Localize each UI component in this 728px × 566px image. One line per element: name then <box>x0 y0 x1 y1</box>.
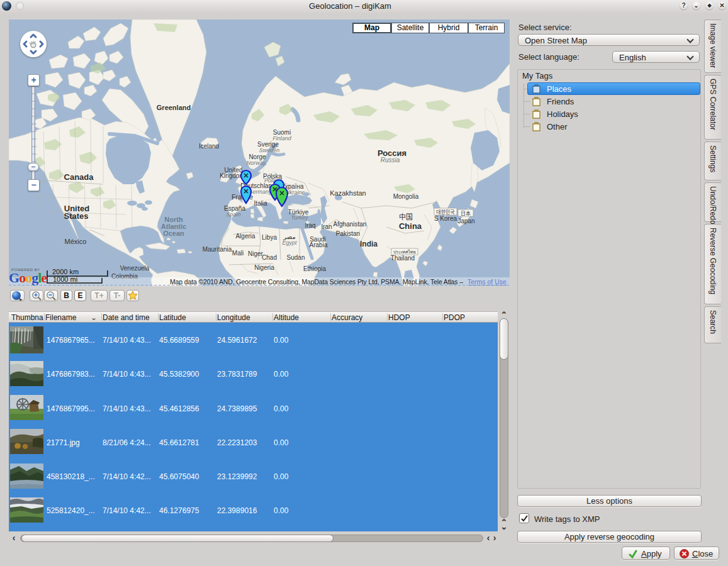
svg-text:Sudan: Sudan <box>287 254 305 261</box>
svg-text:Thailand: Thailand <box>391 255 415 262</box>
svg-text:Iceland: Iceland <box>199 143 219 150</box>
svg-text:Greenland: Greenland <box>157 104 191 111</box>
svg-text:2000 km: 2000 km <box>52 268 79 275</box>
svg-text:Map data ©2010 AND, Geocentre: Map data ©2010 AND, Geocentre Consulting… <box>170 278 463 286</box>
svg-text:Turkey: Turkey <box>291 214 308 221</box>
svg-text:대한민국: 대한민국 <box>436 209 454 215</box>
svg-text:Italia: Italia <box>254 200 267 207</box>
svg-text:Spain: Spain <box>226 211 240 218</box>
svg-text:ประเทศไทย: ประเทศไทย <box>393 249 416 254</box>
svg-text:Chad: Chad <box>262 254 277 261</box>
svg-text:中国: 中国 <box>399 213 413 221</box>
svg-text:Iran: Iran <box>321 223 332 230</box>
svg-text:Nigeria: Nigeria <box>254 264 274 271</box>
svg-text:México: México <box>65 238 87 245</box>
svg-text:Pakistan: Pakistan <box>336 230 360 237</box>
svg-text:Mauritania: Mauritania <box>203 246 232 253</box>
svg-text:Japan: Japan <box>457 218 474 225</box>
svg-text:States: States <box>64 211 88 221</box>
svg-text:Ocean: Ocean <box>163 230 184 237</box>
svg-text:Finland: Finland <box>272 135 292 142</box>
svg-text:India: India <box>360 240 378 248</box>
svg-text:Egypt: Egypt <box>282 240 297 246</box>
svg-text:Algeria: Algeria <box>235 233 255 240</box>
svg-text:Russia: Russia <box>381 157 400 164</box>
svg-text:Kazakhstan: Kazakhstan <box>330 189 366 197</box>
svg-text:Venezuela: Venezuela <box>120 265 150 272</box>
svg-text:Mali: Mali <box>232 250 244 257</box>
svg-text:Ethiopia: Ethiopia <box>303 265 327 272</box>
svg-text:Libya: Libya <box>262 234 277 241</box>
svg-text:Iraq: Iraq <box>305 222 315 229</box>
svg-text:Arabia: Arabia <box>310 241 328 248</box>
svg-text:China: China <box>399 221 422 231</box>
svg-text:Mongolia: Mongolia <box>393 193 419 200</box>
svg-text:Norway,: Norway, <box>247 160 267 166</box>
svg-text:S Korea: S Korea <box>434 215 457 222</box>
svg-text:1000 mi: 1000 mi <box>53 275 77 283</box>
svg-text:Google: Google <box>9 270 47 286</box>
svg-text:日本: 日本 <box>461 210 471 216</box>
svg-text:Afghanistan: Afghanistan <box>333 221 367 228</box>
svg-text:Niger: Niger <box>248 250 264 257</box>
svg-text:Ukraine: Ukraine <box>285 189 305 196</box>
svg-text:Terms of Use: Terms of Use <box>468 278 507 286</box>
svg-text:Canada: Canada <box>64 172 94 182</box>
svg-text:Sweden: Sweden <box>259 147 280 153</box>
